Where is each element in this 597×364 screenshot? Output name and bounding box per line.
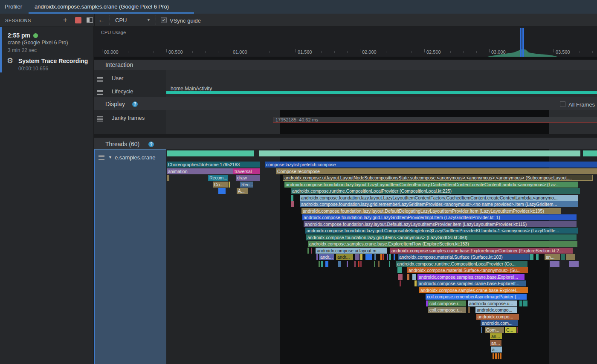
flame-bar[interactable]: androidx.compose.foundation.lazy.layout.… [300,195,578,201]
flame-bar[interactable]: androidx.compose.material.Surface.<anony… [407,267,528,273]
flame-bar[interactable]: androidx.compose.foundation.lazy.grid.La… [302,214,577,220]
lifecycle-track-label[interactable]: Lifecycle [112,88,133,95]
flame-bar[interactable] [394,254,395,260]
flame-bar[interactable]: androidx.compose.runtime.CompositionLoca… [396,261,527,267]
flame-bar[interactable] [495,353,497,359]
flame-bar[interactable] [354,261,356,267]
flame-bar[interactable] [414,280,417,286]
flame-bar[interactable]: androidx.compose.material.Surface (Surfa… [398,254,530,260]
flame-bar[interactable]: andr... [319,254,334,260]
profiler-type-dropdown[interactable]: CPU [115,17,127,23]
flame-bar[interactable]: androidx.compose.foundation.lazy.layout.… [301,208,561,214]
flame-bar[interactable] [167,175,169,181]
flame-bar[interactable] [498,353,499,359]
flame-bar[interactable]: androidx.compose.samples.crane.base.Expl… [417,274,525,280]
flame-bar[interactable] [374,261,375,267]
flame-bar[interactable] [360,261,362,267]
flame-bar[interactable] [311,248,312,254]
flame-bar[interactable]: Recom... [208,175,228,181]
flame-bar[interactable] [566,254,575,260]
flame-bar[interactable] [426,300,428,306]
flame-bar[interactable]: Rec... [240,182,253,188]
flame-bar[interactable] [412,274,416,280]
flame-bar[interactable] [481,327,482,333]
flame-bar[interactable] [536,254,539,260]
flame-bar[interactable]: Com... [485,327,504,333]
drag-handle-icon[interactable] [99,155,104,160]
flame-bar[interactable]: an... [545,254,560,260]
flame-bar[interactable] [517,327,518,333]
flame-bar[interactable]: a... [491,347,502,352]
flame-bar[interactable] [338,261,341,267]
vsync-checkbox[interactable]: ✓ [161,17,167,23]
flame-bar[interactable] [378,261,380,267]
flame-bar[interactable] [360,254,362,260]
flame-bar[interactable]: A... [237,188,248,194]
flame-bar[interactable] [389,261,390,267]
flame-bar[interactable] [380,254,382,260]
flame-bar[interactable]: androidx.compose.u... [468,300,517,306]
flame-bar[interactable] [550,261,559,267]
flame-bar[interactable]: traversal [233,168,260,174]
flame-bar[interactable]: androidx.compose.ui.layout.LayoutNodeSub… [283,175,593,181]
thread-state-segment[interactable] [583,150,597,156]
flame-bar[interactable] [307,248,309,254]
flame-bar[interactable] [358,261,359,267]
flame-bar[interactable] [229,182,230,188]
flame-bar[interactable] [400,280,401,286]
flame-bar[interactable]: androidx.compose.foundation.lazy.grid.re… [300,201,578,207]
flame-bar[interactable]: androidx.compose.samples.crane.base.Expl… [390,248,573,254]
flame-bar[interactable]: andr... [336,254,353,260]
flame-bar[interactable] [389,254,391,260]
flame-bar[interactable]: an... [490,333,502,339]
session-tab[interactable]: androidx.compose.samples.crane (Google P… [29,0,175,14]
janky-frames-label[interactable]: Janky frames [112,115,145,121]
flame-bar[interactable]: C... [505,327,516,333]
flame-bar[interactable]: an... [490,340,501,346]
flame-bar[interactable] [291,201,294,207]
add-session-icon[interactable]: + [63,16,67,24]
flame-bar[interactable] [347,261,348,267]
flame-bar[interactable] [561,254,565,260]
interaction-section-header[interactable]: Interaction [94,60,597,70]
help-icon[interactable]: ? [132,101,138,107]
flame-bar[interactable]: androidx.compose.samples.crane.base.Expl… [419,287,528,293]
all-frames-checkbox[interactable] [560,101,565,107]
thread-state-segment[interactable] [167,150,254,156]
flame-bar[interactable]: androidx.compose.samples.crane.base.Expl… [417,280,526,286]
flame-bar[interactable]: androidx.compose.foundation.lazy.grid.Co… [305,228,578,234]
flame-bar[interactable] [569,261,579,267]
user-track-label[interactable]: User [112,75,123,81]
flame-bar[interactable] [374,254,376,260]
stop-recording-icon[interactable] [75,17,81,23]
flame-bar[interactable]: coil.compose.rememberAsyncImagePainter (… [426,294,527,300]
flame-bar[interactable] [291,195,293,201]
drag-handle-icon[interactable] [97,77,103,82]
threads-section-header[interactable]: Threads (60) ? [94,138,597,149]
thread-state-segment[interactable] [259,150,580,156]
flame-bar[interactable] [316,254,318,260]
janky-frame-bar[interactable] [273,117,597,123]
flame-bar[interactable] [383,254,384,260]
help-icon[interactable]: ? [148,142,154,147]
flame-bar[interactable] [365,254,372,260]
flame-bar[interactable]: coil.compose.r... [428,300,466,306]
flame-bar[interactable] [325,261,328,267]
drag-handle-icon[interactable] [97,116,103,121]
chevron-down-icon[interactable]: ▼ [147,18,151,22]
flame-bar[interactable]: androidx.com... [481,320,518,326]
session-time[interactable]: 2:55 pm [8,32,30,39]
lifecycle-activity-bar[interactable] [166,91,597,94]
collapse-panel-icon[interactable] [87,17,93,23]
flame-bar[interactable] [493,353,494,359]
flame-bar[interactable]: androidx.compose.ui.layout.m... [316,248,387,254]
flame-bar[interactable]: androidx.compo... [476,314,519,320]
flame-bar[interactable] [321,261,323,267]
flame-bar[interactable]: Co... [213,182,228,188]
flame-bar[interactable]: coil.compose.r... [428,307,466,313]
flame-bar[interactable] [519,300,522,306]
flame-bar[interactable]: androidx.compose.samples.crane.base.Expl… [308,241,577,247]
flame-bar[interactable] [398,274,403,280]
flame-bar[interactable] [387,254,388,260]
flame-bar[interactable] [500,353,501,359]
